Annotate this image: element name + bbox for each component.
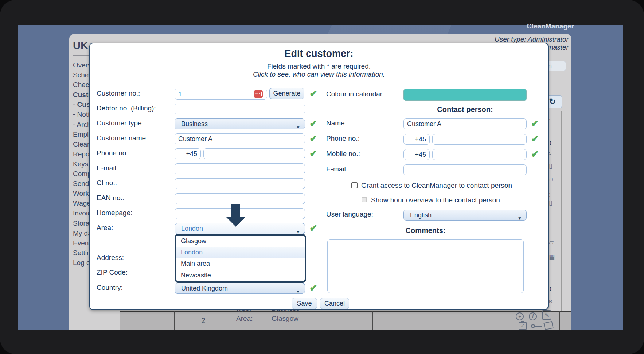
colour-in-calendar-label: Colour in calendar: <box>326 90 401 98</box>
email-input[interactable] <box>175 163 305 174</box>
phone-no-label: Phone no.: <box>97 149 174 157</box>
customer-no-input[interactable] <box>175 89 267 100</box>
row-number-cell: 2 <box>174 316 233 325</box>
country-label: Country: <box>97 284 174 292</box>
password-manager-icon[interactable] <box>254 90 263 98</box>
sort-arrows-icon[interactable]: ↕ <box>549 285 553 293</box>
table-border <box>233 311 233 330</box>
customer-no-label: Customer no.: <box>97 89 174 97</box>
country-select[interactable]: United Kingdom▼ <box>175 283 305 294</box>
fragment-icon: ∩ <box>549 175 553 183</box>
contact-email-input[interactable] <box>403 164 527 175</box>
valid-check-icon: ✔ <box>309 133 317 144</box>
user-language-label: User language: <box>326 210 401 218</box>
fragment-icon: ▯ <box>549 162 552 170</box>
row-area-label: Area: <box>236 315 253 323</box>
required-note: Fields marked with * are required. <box>90 62 548 70</box>
row-area-value: Glasgow <box>272 315 298 323</box>
customer-type-label: Customer type: <box>97 119 174 127</box>
chevron-down-icon: ▼ <box>296 122 300 132</box>
fragment-icon: : <box>549 191 551 198</box>
table-column-divider <box>561 111 562 311</box>
contact-phone-label: Phone no.: <box>326 135 401 143</box>
customer-name-input[interactable] <box>175 133 305 144</box>
address-label: Address: <box>97 254 174 262</box>
contact-name-label: Name: <box>326 119 401 127</box>
table-header-divider <box>548 109 571 109</box>
cancel-button[interactable]: Cancel <box>320 298 349 309</box>
contact-phone-prefix-input[interactable] <box>403 134 430 145</box>
ean-no-label: EAN no.: <box>97 194 174 202</box>
edit-icon[interactable]: ✎ <box>542 310 551 320</box>
show-hour-overview-checkbox[interactable] <box>362 197 367 202</box>
valid-check-icon: ✔ <box>309 118 317 129</box>
key-icon[interactable] <box>531 324 535 328</box>
ci-no-input[interactable] <box>175 178 305 189</box>
show-hour-overview-label: Show hour overview to the contact person <box>371 196 500 204</box>
dropdown-option-london[interactable]: London <box>176 247 305 258</box>
globe-icon[interactable]: + <box>516 312 524 320</box>
user-language-select[interactable]: English▼ <box>403 210 527 221</box>
debtor-no-input[interactable] <box>175 104 305 114</box>
user-type-text: User type: Administrator <box>437 35 569 43</box>
valid-check-icon: ✔ <box>531 149 539 160</box>
user-language-value: English <box>410 211 432 219</box>
debtor-no-label: Debtor no. (Billing): <box>97 104 174 112</box>
row-actions: + i ✎ ✓ <box>512 311 559 330</box>
pointer-arrow <box>226 204 246 227</box>
grant-access-checkbox[interactable] <box>351 182 358 188</box>
contact-name-input[interactable] <box>403 118 527 129</box>
chevron-down-icon: ▼ <box>518 213 522 223</box>
ean-no-input[interactable] <box>175 193 305 204</box>
contact-phone-input[interactable] <box>432 134 527 145</box>
dropdown-option-glasgow[interactable]: Glasgow <box>176 236 305 247</box>
dropdown-option-newcastle[interactable]: Newcastle <box>176 270 305 281</box>
contact-mobile-label: Mobile no.: <box>326 150 401 158</box>
zip-code-label: ZIP Code: <box>97 268 174 276</box>
contact-mobile-prefix-input[interactable] <box>403 149 430 160</box>
fragment-icon: : <box>549 117 551 124</box>
page-title: UK- <box>73 40 92 52</box>
valid-check-icon: ✔ <box>309 283 317 294</box>
comments-textarea[interactable] <box>327 239 524 293</box>
contact-email-label: E-mail: <box>326 165 401 173</box>
valid-check-icon: ✔ <box>309 148 317 159</box>
customer-name-label: Customer name: <box>97 134 174 142</box>
customer-type-select[interactable]: Business▼ <box>175 118 305 129</box>
info-icon[interactable]: i <box>529 312 537 320</box>
email-label: E-mail: <box>97 164 174 172</box>
generate-button[interactable]: Generate <box>269 88 304 99</box>
privacy-note-link[interactable]: Click to see, who can view this informat… <box>90 70 548 78</box>
valid-check-icon: ✔ <box>531 118 539 129</box>
dialog-title: Edit customer: <box>90 48 548 59</box>
note-icon[interactable] <box>543 321 554 330</box>
valid-check-icon: ✔ <box>309 88 317 100</box>
area-dropdown-list: Glasgow London Main area Newcastle <box>175 234 306 283</box>
edit-customer-dialog: Edit customer: Fields marked with * are … <box>89 43 549 310</box>
fragment-icon: s <box>549 150 551 156</box>
country-value: United Kingdom <box>181 285 228 292</box>
grid-icon: ▦ <box>549 253 555 261</box>
contact-person-header: Contact person: <box>403 105 527 114</box>
clipboard-icon[interactable]: ✓ <box>519 322 527 330</box>
phone-no-input[interactable] <box>203 148 305 159</box>
calendar-colour-swatch[interactable] <box>403 89 527 101</box>
key-icon[interactable] <box>535 326 542 327</box>
table-border <box>160 311 160 330</box>
tag-icon: ▱ <box>549 238 554 246</box>
customer-type-value: Business <box>181 120 208 128</box>
area-label: Area: <box>97 224 174 232</box>
header-divider <box>550 52 569 52</box>
valid-check-icon: ✔ <box>309 223 317 234</box>
brand-logo: CleanManager <box>470 22 574 30</box>
table-border <box>372 311 373 330</box>
fragment-icon: B <box>549 299 552 304</box>
contact-mobile-input[interactable] <box>432 149 527 160</box>
ci-no-label: CI no.: <box>97 179 174 187</box>
save-button[interactable]: Save <box>292 298 317 309</box>
grant-access-label[interactable]: Grant access to CleanManager to contact … <box>361 182 512 190</box>
sort-arrows-icon[interactable]: ↕ <box>549 139 553 147</box>
dropdown-option-main-area[interactable]: Main area <box>176 258 305 269</box>
phone-prefix-input[interactable] <box>175 148 201 159</box>
area-selected-value: London <box>181 225 203 232</box>
